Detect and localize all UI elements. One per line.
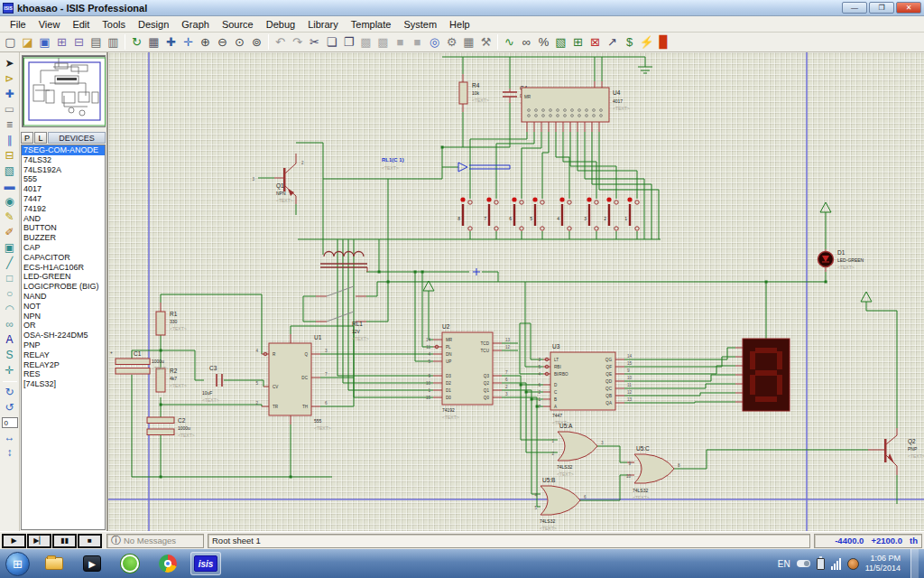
rotate-cw-icon[interactable]: ↻ <box>2 385 18 400</box>
device-item[interactable]: AND <box>22 214 105 224</box>
capacitor-c2[interactable]: C2 1000u <TEXT> <box>147 417 195 438</box>
device-item[interactable]: 74192 <box>22 204 105 214</box>
goto-sheet-icon[interactable]: ↗ <box>604 34 621 51</box>
battery-icon[interactable] <box>817 558 825 570</box>
or-gate-u5c[interactable]: U5:C 9 10 8 74LS32 <TEXT> <box>626 445 680 500</box>
remove-sheet-icon[interactable]: ⊠ <box>587 34 604 51</box>
capacitor-c3[interactable]: C3 10uF <TEXT> <box>202 365 222 403</box>
resistor-r2[interactable]: R2 4k7 <TEXT> <box>156 368 187 392</box>
device-item[interactable]: OR <box>22 321 105 331</box>
volume-icon[interactable] <box>847 558 859 570</box>
packaging-tool-icon[interactable]: ▦ <box>460 34 477 51</box>
ic-u2-74192[interactable]: U2 MR PL DN UP D3 D2 D1 D0 TCD TCU Q3 Q2… <box>426 323 511 420</box>
taskbar-explorer-button[interactable] <box>39 552 69 575</box>
step-button[interactable]: ▶▏ <box>27 534 51 548</box>
2d-arc-icon[interactable]: ◠ <box>2 302 18 317</box>
netlist-to-ares-icon[interactable]: ▉ <box>655 34 672 51</box>
menu-item[interactable]: Library <box>301 17 345 32</box>
current-probe-icon[interactable]: ✐ <box>2 225 18 240</box>
2d-circle-icon[interactable]: ○ <box>2 286 18 302</box>
component-mode-icon[interactable]: ⊳ <box>2 71 18 87</box>
menu-item[interactable]: Source <box>216 17 260 32</box>
device-item[interactable]: LED-GREEN <box>22 272 105 282</box>
device-item[interactable]: 74LS192A <box>22 165 105 175</box>
maximize-button[interactable]: ❐ <box>869 2 894 14</box>
block-copy-icon[interactable]: ▩ <box>357 34 374 51</box>
zoom-out-icon[interactable]: ⊖ <box>214 34 231 51</box>
menu-item[interactable]: Graph <box>175 17 216 32</box>
relay-contact-arms[interactable] <box>327 286 354 322</box>
rotate-angle-input[interactable]: 0 <box>2 417 18 428</box>
toggle-grid-icon[interactable]: ▦ <box>145 34 162 51</box>
tape-recorder-icon[interactable]: ▬ <box>2 179 18 194</box>
resistor-r1[interactable]: R1 330 <TEXT> <box>156 311 187 335</box>
device-item[interactable]: PNP <box>22 340 105 350</box>
cut-icon[interactable]: ✂ <box>306 34 323 51</box>
zoom-all-icon[interactable]: ⊙ <box>231 34 248 51</box>
ic-u3-7447[interactable]: U3 LT RBI BI/RBO D C B A QG QF QE QD QC … <box>538 343 632 425</box>
menu-item[interactable]: File <box>4 17 32 32</box>
redraw-icon[interactable]: ↻ <box>128 34 145 51</box>
rotate-ccw-icon[interactable]: ↺ <box>2 400 18 415</box>
or-gate-u5b[interactable]: U5:B 4 5 6 74LS32 <TEXT> <box>534 477 587 531</box>
wire-autorouter-icon[interactable]: ∿ <box>501 34 518 51</box>
new-sheet-icon[interactable]: ⊞ <box>569 34 587 51</box>
led-d1[interactable]: D1 LED-GREEN <TEXT> <box>818 249 864 270</box>
device-item[interactable]: RELAY <box>22 350 105 360</box>
show-desktop-button[interactable] <box>910 549 919 578</box>
block-move-icon[interactable]: ▩ <box>374 34 392 51</box>
selection-mode-icon[interactable]: ➤ <box>2 56 18 71</box>
close-button[interactable]: ✕ <box>896 2 921 14</box>
origin-icon[interactable]: ✚ <box>162 34 180 51</box>
2d-path-icon[interactable]: ∞ <box>2 317 18 332</box>
or-gate-u5a[interactable]: U5:A 1 2 3 74LS32 <TEXT> <box>551 423 604 477</box>
save-file-icon[interactable]: ▣ <box>36 34 53 51</box>
bill-of-materials-icon[interactable]: $ <box>621 34 638 51</box>
taskbar-media-player-button[interactable]: ▶ <box>77 552 107 575</box>
design-explorer-icon[interactable]: ▧ <box>552 34 569 51</box>
virtual-instrument-icon[interactable]: ▣ <box>2 240 18 256</box>
menu-item[interactable]: System <box>397 17 443 32</box>
ic-u4-4017[interactable]: MR U4 4017 <TEXT> <box>522 88 630 122</box>
property-assignment-icon[interactable]: % <box>535 34 552 51</box>
taskbar-isis-button-active[interactable]: isis <box>190 552 221 575</box>
capacitor-c1[interactable]: + C1 1000u <TEXT> <box>110 350 169 374</box>
device-item[interactable]: [74LS32] <box>22 379 105 389</box>
pan-icon[interactable]: ✛ <box>180 34 197 51</box>
pause-button[interactable]: ▮▮ <box>52 534 77 548</box>
schematic-editor-canvas[interactable]: R4 10k <TEXT> C4 0.1uf <TEXT> MR <box>108 52 924 531</box>
subcircuit-icon[interactable]: ⊟ <box>2 148 18 163</box>
stop-button[interactable]: ■ <box>78 534 102 548</box>
zoom-in-icon[interactable]: ⊕ <box>197 34 214 51</box>
device-item[interactable]: OSA-SH-224DM5 <box>22 331 105 340</box>
device-item[interactable]: ECS-H1AC106R <box>22 263 105 273</box>
device-item[interactable]: RES <box>22 369 105 379</box>
device-item[interactable]: NOT <box>22 302 105 312</box>
tray-toggle-icon[interactable] <box>797 560 810 567</box>
flip-horizontal-icon[interactable]: ↔ <box>2 430 18 445</box>
power-terminal-icons[interactable] <box>423 202 872 302</box>
2d-text-icon[interactable]: A <box>2 332 18 348</box>
taskbar-coccoc-button[interactable] <box>115 552 145 575</box>
device-item[interactable]: RELAY2P <box>22 360 105 370</box>
2d-box-icon[interactable]: □ <box>2 271 18 286</box>
device-item-selected[interactable]: 7SEG-COM-ANODE <box>22 145 105 155</box>
device-item[interactable]: CAP <box>22 243 105 253</box>
mark-print-area-icon[interactable]: ▥ <box>105 34 122 51</box>
paste-icon[interactable]: ❐ <box>340 34 357 51</box>
import-section-icon[interactable]: ⊞ <box>53 34 70 51</box>
device-item[interactable]: BUZZER <box>22 233 105 243</box>
wire-label-icon[interactable]: ▭ <box>2 102 18 117</box>
clock[interactable]: 1:06 PM 11/5/2014 <box>865 554 901 573</box>
play-button[interactable]: ▶ <box>2 534 26 548</box>
device-item[interactable]: NPN <box>22 312 105 322</box>
bus-mode-icon[interactable]: ∥ <box>2 133 18 148</box>
zoom-area-icon[interactable]: ⊚ <box>248 34 265 51</box>
push-button-row[interactable]: 8 7 6 5 <box>457 197 639 230</box>
device-item[interactable]: LOGICPROBE (BIG) <box>22 282 105 292</box>
menu-item[interactable]: Design <box>132 17 175 32</box>
menu-item[interactable]: Debug <box>260 17 301 32</box>
print-icon[interactable]: ▤ <box>88 34 105 51</box>
device-item[interactable]: 4017 <box>22 184 105 194</box>
device-item[interactable]: 7447 <box>22 194 105 204</box>
